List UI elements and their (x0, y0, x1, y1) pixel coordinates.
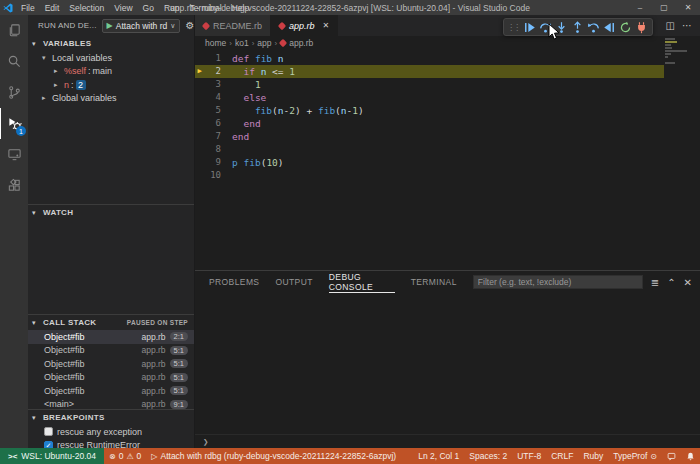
chevron-icon: ▸ (42, 94, 50, 102)
frame-location: app.rb5:1 (141, 386, 188, 396)
feedback-icon[interactable] (662, 452, 681, 461)
status-spaces-2[interactable]: Spaces: 2 (464, 451, 512, 461)
code-line[interactable]: 3 1 (195, 78, 664, 91)
breadcrumb-item[interactable]: app (257, 38, 271, 48)
panel-tab-debug-console[interactable]: DEBUG CONSOLE (329, 271, 395, 293)
menu-item-go[interactable]: Go (138, 3, 159, 13)
filter-icon[interactable]: ≣ (651, 277, 659, 288)
call-stack-frame[interactable]: Object#fibapp.rb5:1 (28, 384, 194, 398)
breakpoint-checkbox[interactable] (44, 427, 53, 436)
disconnect-button[interactable] (634, 20, 649, 35)
gear-icon[interactable]: ⚙ (185, 21, 194, 31)
breakpoint-checkbox[interactable]: ✓ (44, 441, 53, 448)
variable-row[interactable]: ▸%self: main (28, 65, 194, 79)
status-ruby[interactable]: Ruby (578, 451, 608, 461)
breadcrumb-item[interactable]: home (205, 38, 226, 48)
status-utf-8[interactable]: UTF-8 (512, 451, 546, 461)
code-line[interactable]: 6 end (195, 117, 664, 130)
minimap-line (665, 53, 671, 55)
debug-console-output[interactable] (195, 293, 700, 434)
step-into-button[interactable] (554, 20, 569, 35)
split-editor-icon[interactable]: ◫ (666, 20, 675, 31)
sidebar-item-explorer[interactable] (0, 15, 28, 46)
code-line[interactable]: 7end (195, 130, 664, 143)
call-stack-frame[interactable]: <main>app.rb9:1 (28, 398, 194, 410)
breakpoint-row[interactable]: ✓rescue RuntimeError (28, 439, 194, 449)
breadcrumb[interactable]: home›ko1›app›app.rb (195, 36, 700, 50)
chevron-icon: ▾ (42, 54, 50, 62)
variables-group[interactable]: ▾Local variables (28, 51, 194, 65)
minimize-button[interactable]: – (628, 3, 652, 12)
glyph-margin (195, 52, 204, 65)
close-button[interactable]: ✕ (676, 3, 700, 12)
code-line[interactable]: 9p fib(10) (195, 156, 664, 169)
sidebar-item-run-and-debug[interactable]: 1 (0, 108, 28, 139)
code-line[interactable]: 1def fib n (195, 52, 664, 65)
reverse-continue-button[interactable] (602, 20, 617, 35)
chevron-down-icon: ▾ (32, 40, 40, 48)
debug-console-input[interactable]: ❯ (195, 434, 700, 448)
status-crlf[interactable]: CRLF (546, 451, 578, 461)
call-stack-frame[interactable]: Object#fibapp.rb5:1 (28, 357, 194, 371)
code-line[interactable]: 4 else (195, 91, 664, 104)
breadcrumb-item[interactable]: ko1 (235, 38, 249, 48)
notifications-bell-icon[interactable] (681, 452, 700, 461)
sidebar-item-remote-explorer[interactable] (0, 139, 28, 170)
maximize-panel-icon[interactable]: ⌃ (667, 277, 675, 288)
start-debug-icon[interactable]: ▶ (107, 21, 113, 30)
step-out-button[interactable] (570, 20, 585, 35)
watch-header[interactable]: ▾ WATCH (28, 205, 194, 220)
breakpoint-row[interactable]: rescue any exception (28, 425, 194, 439)
code-line[interactable]: 5 fib(n-2) + fib(n-1) (195, 104, 664, 117)
close-tab-icon[interactable]: ✕ (323, 21, 330, 30)
glyph-margin (195, 143, 204, 156)
debug-toolbar: ⋮⋮ (503, 18, 653, 36)
minimap-line (665, 62, 675, 64)
frame-location: app.rb2:1 (141, 332, 188, 342)
sidebar-item-search[interactable] (0, 46, 28, 77)
panel-tab-terminal[interactable]: TERMINAL (411, 271, 457, 293)
line-text: p fib(10) (221, 156, 284, 169)
debug-console-filter-input[interactable] (473, 275, 643, 289)
minimap[interactable] (665, 38, 687, 68)
debug-session-status[interactable]: ▷ Attach with rdbg (ruby-debug-vscode-20… (146, 451, 401, 461)
variable-row[interactable]: ▸n: 2 (28, 78, 194, 92)
drag-handle[interactable]: ⋮⋮ (507, 23, 521, 32)
breadcrumb-item[interactable]: app.rb (280, 38, 313, 48)
code-line[interactable]: ▶2 if n <= 1 (195, 65, 664, 78)
step-over-button[interactable] (538, 20, 553, 35)
variables-group[interactable]: ▸Global variables (28, 92, 194, 106)
problems-status[interactable]: ⊗ 0 ⚠ 0 (104, 451, 146, 461)
code-editor[interactable]: 1def fib n▶2 if n <= 13 14 else5 fib(n-2… (195, 50, 700, 270)
code-line[interactable]: 10 (195, 169, 664, 182)
call-stack-frame[interactable]: Object#fibapp.rb2:1 (28, 330, 194, 344)
tab-readme-rb[interactable]: README.rb (195, 15, 271, 36)
menu-item-file[interactable]: File (16, 3, 40, 13)
call-stack-frame[interactable]: Object#fibapp.rb5:1 (28, 371, 194, 385)
sidebar-item-extensions[interactable] (0, 170, 28, 201)
status-typeprof[interactable]: TypeProf⊙ (608, 451, 662, 461)
step-back-button[interactable] (586, 20, 601, 35)
remote-indicator[interactable]: >< WSL: Ubuntu-20.04 (0, 448, 104, 464)
panel-tab-output[interactable]: OUTPUT (275, 271, 312, 293)
more-actions-icon[interactable]: ⋯ (682, 20, 692, 31)
menu-item-edit[interactable]: Edit (40, 3, 65, 13)
sidebar-item-source-control[interactable] (0, 77, 28, 108)
maximize-button[interactable]: ▢ (652, 3, 676, 12)
panel-tab-problems[interactable]: PROBLEMS (209, 271, 259, 293)
tab-app-rb[interactable]: app.rb ✕ (271, 15, 338, 36)
status-ln-2-col-1[interactable]: Ln 2, Col 1 (413, 451, 464, 461)
code-line[interactable]: 8 (195, 143, 664, 156)
call-stack-frame[interactable]: Object#fibapp.rb5:1 (28, 344, 194, 358)
restart-button[interactable] (618, 20, 633, 35)
menu-item-view[interactable]: View (109, 3, 137, 13)
frame-name: Object#fib (44, 359, 85, 369)
call-stack-header[interactable]: ▾ CALL STACK PAUSED ON STEP (28, 315, 194, 330)
breakpoints-header[interactable]: ▾ BREAKPOINTS (28, 410, 194, 425)
continue-button[interactable] (522, 20, 537, 35)
menu-item-selection[interactable]: Selection (64, 3, 109, 13)
close-panel-icon[interactable]: ✕ (684, 277, 692, 288)
variables-header[interactable]: ▾ VARIABLES (28, 36, 194, 51)
frame-location: app.rb9:1 (141, 399, 188, 409)
launch-config-dropdown[interactable]: ▶ Attach with rd ∨ (102, 19, 181, 33)
